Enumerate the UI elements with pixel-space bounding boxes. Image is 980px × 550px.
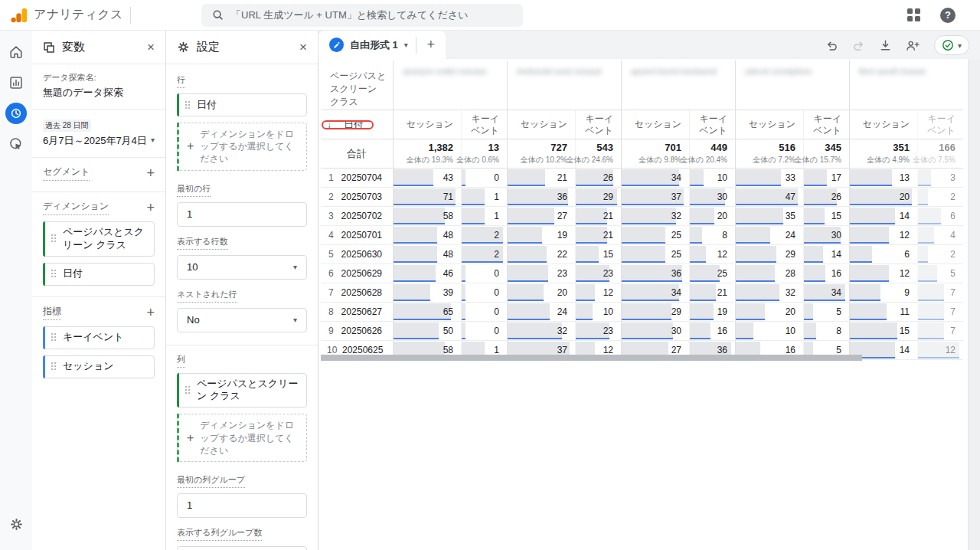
value-bar xyxy=(736,284,779,301)
metrics-label: 指標 xyxy=(43,305,61,320)
value-bar xyxy=(622,246,665,263)
nav-advertising-icon[interactable] xyxy=(0,129,32,159)
sessions-value-cell: 28 xyxy=(735,264,803,283)
add-tab-button[interactable]: + xyxy=(416,31,446,59)
settings-scroll-area[interactable]: 行 日付 + ディメンションをドロップするか選択してください 最初の行 1 表示… xyxy=(166,64,318,550)
cell-value: 11 xyxy=(900,303,910,321)
key-events-value-cell: 0 xyxy=(461,283,507,302)
cell-value: 10 xyxy=(603,303,613,321)
sessions-value-cell: 37 xyxy=(621,188,689,206)
key-events-value-cell: 1 xyxy=(461,207,507,225)
sessions-value-cell: 9 xyxy=(849,283,917,302)
settings-title: 設定 xyxy=(197,40,292,54)
row-header-cell: 820250627 xyxy=(321,303,393,321)
cell-value: 3 xyxy=(950,169,956,187)
horizontal-scrollbar[interactable] xyxy=(321,355,862,361)
key-events-value-cell: 21 xyxy=(575,207,621,225)
value-bar xyxy=(462,322,466,339)
cell-value: 28 xyxy=(786,264,795,283)
cell-value: 5 xyxy=(950,264,956,283)
date-header-label: 日付 xyxy=(332,118,387,132)
row-dimension-chip-date[interactable]: 日付 xyxy=(177,93,307,116)
chip-label: セッション xyxy=(63,360,114,373)
key-events-total-cell: 543全体の 24.6% xyxy=(575,139,621,168)
cell-value: 32 xyxy=(557,322,567,340)
key-events-total-cell: 345全体の 15.7% xyxy=(803,139,849,168)
download-icon[interactable] xyxy=(879,39,892,52)
sessions-value-cell: 14 xyxy=(849,207,917,225)
value-bar xyxy=(576,246,599,263)
sampling-status-button[interactable]: ▾ xyxy=(934,35,969,55)
date-value: 20250701 xyxy=(341,230,387,241)
cell-value: 29 xyxy=(786,245,795,264)
add-metric-button[interactable]: + xyxy=(146,306,155,319)
dimension-chip-date[interactable]: 日付 xyxy=(43,263,155,286)
input-value: 1 xyxy=(187,499,192,511)
value-bar xyxy=(462,303,466,320)
sessions-column-header: セッション xyxy=(621,110,689,139)
key-events-value-cell: 14 xyxy=(803,245,849,264)
apps-grid-icon[interactable] xyxy=(907,8,920,21)
date-value: 20250627 xyxy=(341,306,387,317)
row-dimension-header-cell[interactable]: ↓日付 xyxy=(321,110,393,139)
first-row-input[interactable]: 1 xyxy=(177,202,307,227)
value-bar xyxy=(462,169,466,186)
metric-chip-sessions[interactable]: セッション xyxy=(43,355,155,378)
column-dimension-dropzone[interactable]: + ディメンションをドロップするか選択してください xyxy=(177,414,307,462)
divider xyxy=(130,7,131,24)
redo-icon[interactable] xyxy=(852,39,865,52)
date-range-selector[interactable]: 過去 28 日間 6月7日～2025年7月4日 ▾ xyxy=(32,110,165,158)
dimension-chip-page-path[interactable]: ページパスとスクリーン クラス xyxy=(43,221,155,257)
cell-value: 65 xyxy=(443,303,453,321)
row-count-select[interactable]: 10 ▾ xyxy=(177,255,307,280)
value-bar xyxy=(850,284,880,301)
exploration-name[interactable]: 無題のデータ探索 xyxy=(43,86,155,100)
row-dimension-dropzone[interactable]: + ディメンションをドロップするか選択してください xyxy=(177,123,307,171)
app-bar: アナリティクス 「URL 生成ツール + UTM」と検索してみてください ? xyxy=(0,0,980,31)
nav-explore-icon[interactable] xyxy=(0,98,32,129)
nav-home-icon[interactable] xyxy=(0,37,32,67)
table-row: 620250629460232336252816125 xyxy=(321,264,963,283)
blurred-page-path-label: hedvsnlel wvol nesasd xyxy=(508,61,621,76)
variables-close-icon[interactable]: × xyxy=(147,41,155,54)
cell-value: 14 xyxy=(831,245,841,264)
settings-close-icon[interactable]: × xyxy=(299,41,307,54)
settings-panel: 設定 × 行 日付 + ディメンションをドロップするか選択してください 最初の行… xyxy=(166,31,318,550)
add-segment-button[interactable]: + xyxy=(146,166,155,180)
sessions-value-cell: 10 xyxy=(735,322,803,340)
add-dimension-button[interactable]: + xyxy=(146,201,155,214)
plus-icon: + xyxy=(187,138,194,155)
cell-value: 46 xyxy=(443,264,453,283)
metric-chip-key-events[interactable]: キーイベント xyxy=(43,326,155,349)
share-users-icon[interactable] xyxy=(906,39,920,52)
help-icon[interactable]: ? xyxy=(940,8,956,23)
cell-value: 22 xyxy=(557,245,567,264)
value-bar xyxy=(918,246,928,263)
value-bar xyxy=(462,188,485,205)
date-sort-header[interactable]: ↓日付 xyxy=(321,118,393,132)
key-events-value-cell: 16 xyxy=(803,264,849,283)
value-bar xyxy=(736,322,753,339)
sessions-value-cell: 24 xyxy=(735,226,803,244)
column-dimension-chip-page-path[interactable]: ページパスとスクリーン クラス xyxy=(177,373,307,408)
value-bar xyxy=(508,265,548,282)
search-input[interactable]: 「URL 生成ツール + UTM」と検索してみてください xyxy=(201,4,523,27)
tab-freeform-1[interactable]: 自由形式 1 ▾ xyxy=(318,31,416,59)
nav-reports-icon[interactable] xyxy=(0,67,32,98)
admin-gear-icon[interactable] xyxy=(0,509,32,539)
sessions-value-cell: 12 xyxy=(849,264,917,283)
first-col-group-input[interactable]: 1 xyxy=(177,493,307,518)
undo-icon[interactable] xyxy=(825,39,838,52)
date-range-value: 6月7日～2025年7月4日 xyxy=(43,134,151,148)
value-bar xyxy=(850,265,889,282)
check-circle-icon xyxy=(942,39,954,51)
key-events-value-cell: 0 xyxy=(461,169,507,187)
nested-rows-select[interactable]: No ▾ xyxy=(177,308,307,332)
value-bar xyxy=(394,208,445,224)
col-group-count-select[interactable]: 5 ▾ xyxy=(177,546,307,550)
value-bar xyxy=(394,169,433,186)
cell-value: 12 xyxy=(946,341,956,359)
value-bar xyxy=(622,322,673,339)
select-value: 10 xyxy=(187,261,198,273)
cell-value: 7 xyxy=(950,303,956,321)
